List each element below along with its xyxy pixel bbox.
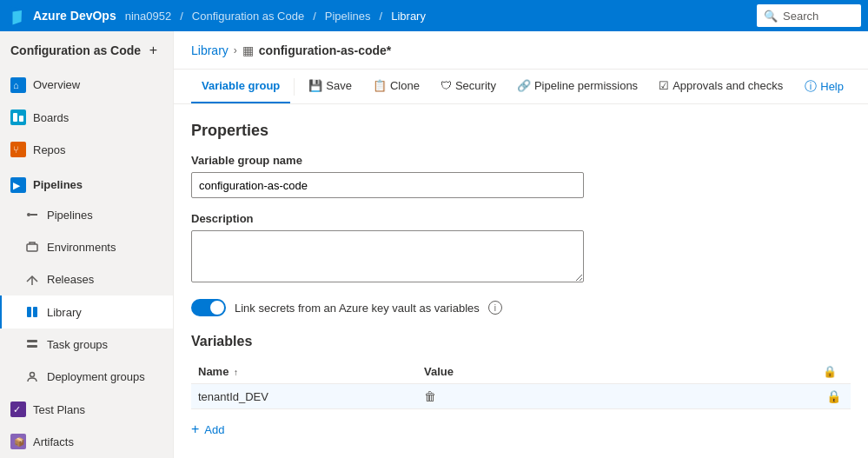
svg-rect-5 [19,116,23,122]
variables-title: Variables [191,334,851,349]
tab-clone[interactable]: 📋 Clone [362,70,430,103]
sidebar-item-deployment-groups[interactable]: Deployment groups [0,361,173,393]
svg-text:📦: 📦 [14,436,25,448]
topbar-crumb3[interactable]: Library [391,10,426,23]
security-icon: 🛡 [441,79,452,92]
svg-point-18 [30,372,35,376]
variable-group-name-field: Variable group name [191,154,851,198]
sidebar: Configuration as Code + ⌂ Overview Board… [0,31,174,458]
tab-variable-group[interactable]: Variable group [191,70,290,103]
tab-pipeline-permissions[interactable]: 🔗 Pipeline permissions [507,70,648,103]
var-name-value: tenantId_DEV [198,390,268,403]
pipeline-permissions-icon: 🔗 [517,79,531,92]
add-variable-label: Add [204,423,224,436]
svg-rect-11 [30,214,37,216]
breadcrumb-sep3: / [380,10,383,23]
breadcrumb-page-icon: ▦ [242,43,254,57]
breadcrumb-sep2: / [313,10,316,23]
tab-approvals-checks-label: Approvals and checks [673,79,783,92]
properties-section: Properties Variable group name Descripti… [191,122,851,316]
sidebar-item-artifacts[interactable]: 📦 Artifacts [0,426,173,458]
azure-devops-logo [7,5,28,26]
sidebar-item-overview-label: Overview [33,78,80,91]
description-field: Description [191,212,851,285]
lock-header-icon: 🔒 [823,365,837,378]
toggle-knob [210,301,224,315]
sidebar-add-button[interactable]: + [144,41,162,60]
variable-group-name-label: Variable group name [191,154,851,167]
pipelines-sub-icon [24,207,40,222]
main-layout: Configuration as Code + ⌂ Overview Board… [0,31,868,458]
repos-icon: ⑂ [10,142,26,157]
sidebar-item-library[interactable]: Library [0,295,173,328]
table-row: tenantId_DEV 🗑 🔒 [191,384,851,409]
sidebar-item-repos[interactable]: ⑂ Repos [0,134,173,166]
sidebar-title: Configuration as Code [10,43,141,57]
var-lock-cell: 🔒 [816,384,851,409]
delete-icon[interactable]: 🗑 [424,389,436,403]
breadcrumb-library-link[interactable]: Library [191,43,229,57]
tab-approvals-checks[interactable]: ☑ Approvals and checks [648,70,793,103]
sidebar-item-test-plans-label: Test Plans [33,403,85,416]
sidebar-item-task-groups[interactable]: Task groups [0,329,173,361]
search-box[interactable]: 🔍 Search [757,4,861,27]
app-name: Azure DevOps [33,9,116,23]
svg-rect-15 [33,307,37,317]
var-value-cell: 🗑 [417,384,816,409]
sidebar-item-pipelines-label: Pipelines [47,209,93,222]
sidebar-item-boards-label: Boards [33,111,69,124]
breadcrumb-bar: Library › ▦ configuration-as-code* [174,31,868,70]
add-plus-icon: + [191,421,199,437]
topbar-crumb1[interactable]: Configuration as Code [192,10,304,23]
svg-point-10 [27,213,30,216]
tab-save[interactable]: 💾 Save [298,70,362,103]
library-icon [24,304,40,320]
sidebar-item-artifacts-label: Artifacts [33,435,74,448]
svg-text:⑂: ⑂ [13,144,19,155]
variable-group-name-input[interactable] [191,172,584,198]
svg-rect-3 [10,110,26,125]
sidebar-item-releases[interactable]: Releases [0,263,173,295]
lock-icon[interactable]: 🔒 [826,389,841,403]
sidebar-item-library-label: Library [47,306,82,319]
col-value-label: Value [424,365,454,378]
description-label: Description [191,212,851,225]
col-header-name: Name ↑ [191,360,417,384]
artifacts-icon: 📦 [10,434,26,449]
sidebar-item-overview[interactable]: ⌂ Overview [0,69,173,101]
topbar-crumb2[interactable]: Pipelines [325,10,371,23]
content-body: Properties Variable group name Descripti… [174,104,868,458]
tab-pipeline-permissions-label: Pipeline permissions [534,79,638,92]
sidebar-item-repos-label: Repos [33,143,66,156]
sort-arrow-icon: ↑ [234,368,238,377]
breadcrumb-sep1: / [180,10,183,23]
sidebar-item-boards[interactable]: Boards [0,101,173,133]
description-input[interactable] [191,230,584,282]
approvals-icon: ☑ [659,79,669,92]
search-label: Search [783,10,818,23]
testplans-icon: ✓ [10,402,26,417]
sidebar-item-deployment-groups-label: Deployment groups [47,370,145,383]
sidebar-header: Configuration as Code + [0,31,173,69]
tab-bar: Variable group 💾 Save 📋 Clone 🛡 Security… [174,70,868,104]
taskgroups-icon [24,336,40,352]
sidebar-item-test-plans[interactable]: ✓ Test Plans [0,393,173,425]
tab-help[interactable]: ⓘ Help [798,79,851,95]
sidebar-section-pipelines-label: Pipelines [33,178,83,191]
search-icon: 🔍 [764,10,778,23]
tab-security[interactable]: 🛡 Security [430,70,507,103]
info-icon[interactable]: i [488,301,502,315]
add-variable-button[interactable]: + Add [191,418,224,441]
svg-rect-16 [27,340,37,342]
save-icon: 💾 [308,79,322,92]
variables-section: Variables Name ↑ Value 🔒 [191,334,851,441]
col-header-value: Value [417,360,816,384]
sidebar-item-environments-label: Environments [47,241,116,254]
sidebar-item-pipelines[interactable]: Pipelines [0,198,173,230]
breadcrumb-chevron-icon: › [234,44,237,56]
azure-keyvault-toggle[interactable] [191,299,226,316]
svg-text:▶: ▶ [13,181,21,190]
overview-icon: ⌂ [10,77,26,93]
tab-help-label: Help [820,80,844,93]
sidebar-item-environments[interactable]: Environments [0,231,173,263]
